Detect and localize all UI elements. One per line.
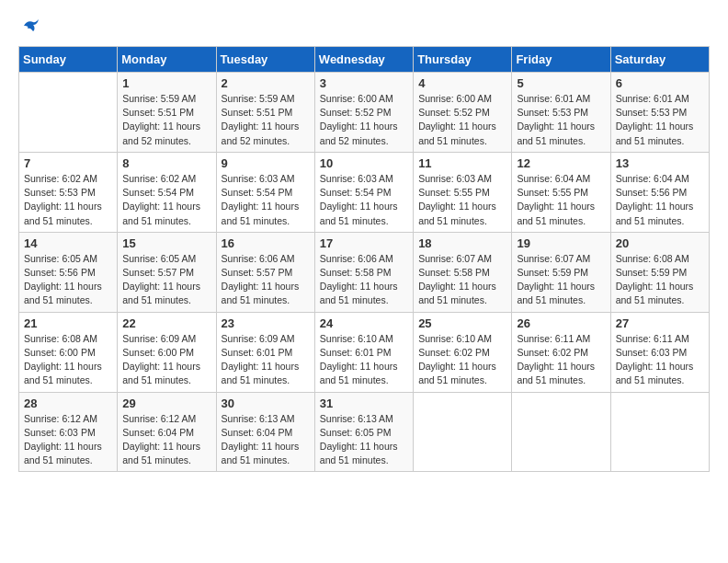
calendar-cell: 24Sunrise: 6:10 AMSunset: 6:01 PMDayligh… [314,312,413,392]
day-info: Sunrise: 6:13 AMSunset: 6:05 PMDaylight:… [320,412,408,468]
bird-icon [22,18,40,37]
calendar-cell: 10Sunrise: 6:03 AMSunset: 5:54 PMDayligh… [314,152,413,232]
calendar-cell: 9Sunrise: 6:03 AMSunset: 5:54 PMDaylight… [216,152,314,232]
calendar-cell [414,392,512,472]
calendar-cell [512,392,610,472]
calendar-cell [610,392,709,472]
day-number: 6 [616,76,704,90]
day-info: Sunrise: 6:07 AMSunset: 5:59 PMDaylight:… [517,252,605,308]
calendar-cell: 17Sunrise: 6:06 AMSunset: 5:58 PMDayligh… [314,232,413,312]
day-number: 25 [418,316,506,330]
day-info: Sunrise: 6:03 AMSunset: 5:54 PMDaylight:… [320,172,408,228]
day-info: Sunrise: 6:02 AMSunset: 5:54 PMDaylight:… [122,172,210,228]
day-number: 10 [320,156,408,170]
calendar-cell: 2Sunrise: 5:59 AMSunset: 5:51 PMDaylight… [216,73,314,153]
calendar-cell: 5Sunrise: 6:01 AMSunset: 5:53 PMDaylight… [512,73,610,153]
day-info: Sunrise: 6:11 AMSunset: 6:03 PMDaylight:… [616,332,704,388]
day-info: Sunrise: 6:10 AMSunset: 6:01 PMDaylight:… [320,332,408,388]
day-info: Sunrise: 6:04 AMSunset: 5:55 PMDaylight:… [517,172,605,228]
day-info: Sunrise: 6:00 AMSunset: 5:52 PMDaylight:… [418,92,506,148]
calendar-cell: 15Sunrise: 6:05 AMSunset: 5:57 PMDayligh… [118,232,216,312]
day-number: 1 [122,76,210,90]
calendar-cell: 23Sunrise: 6:09 AMSunset: 6:01 PMDayligh… [216,312,314,392]
calendar-cell: 31Sunrise: 6:13 AMSunset: 6:05 PMDayligh… [314,392,413,472]
calendar-cell: 16Sunrise: 6:06 AMSunset: 5:57 PMDayligh… [216,232,314,312]
day-number: 28 [24,396,112,410]
day-header-wednesday: Wednesday [314,47,413,73]
day-number: 24 [320,316,408,330]
day-number: 30 [222,396,310,410]
day-header-monday: Monday [118,47,216,73]
day-info: Sunrise: 6:02 AMSunset: 5:53 PMDaylight:… [24,172,112,228]
calendar-cell: 13Sunrise: 6:04 AMSunset: 5:56 PMDayligh… [610,152,709,232]
day-info: Sunrise: 6:09 AMSunset: 6:00 PMDaylight:… [122,332,210,388]
day-number: 29 [122,396,210,410]
day-info: Sunrise: 6:11 AMSunset: 6:02 PMDaylight:… [517,332,605,388]
day-info: Sunrise: 5:59 AMSunset: 5:51 PMDaylight:… [222,92,310,148]
day-number: 20 [616,236,704,250]
day-info: Sunrise: 6:00 AMSunset: 5:52 PMDaylight:… [320,92,408,148]
day-header-sunday: Sunday [19,47,118,73]
day-number: 4 [418,76,506,90]
day-number: 17 [320,236,408,250]
calendar-cell: 18Sunrise: 6:07 AMSunset: 5:58 PMDayligh… [414,232,512,312]
day-number: 3 [320,76,408,90]
day-number: 13 [616,156,704,170]
calendar-cell: 14Sunrise: 6:05 AMSunset: 5:56 PMDayligh… [19,232,118,312]
calendar-cell [19,73,118,153]
calendar-cell: 19Sunrise: 6:07 AMSunset: 5:59 PMDayligh… [512,232,610,312]
day-number: 14 [24,236,112,250]
calendar-cell: 30Sunrise: 6:13 AMSunset: 6:04 PMDayligh… [216,392,314,472]
calendar-cell: 25Sunrise: 6:10 AMSunset: 6:02 PMDayligh… [414,312,512,392]
calendar-cell: 21Sunrise: 6:08 AMSunset: 6:00 PMDayligh… [19,312,118,392]
calendar-cell: 12Sunrise: 6:04 AMSunset: 5:55 PMDayligh… [512,152,610,232]
calendar-cell: 7Sunrise: 6:02 AMSunset: 5:53 PMDaylight… [19,152,118,232]
day-info: Sunrise: 6:06 AMSunset: 5:58 PMDaylight:… [320,252,408,308]
day-number: 11 [418,156,506,170]
day-info: Sunrise: 6:12 AMSunset: 6:04 PMDaylight:… [122,412,210,468]
day-number: 27 [616,316,704,330]
day-number: 19 [517,236,605,250]
calendar-cell: 8Sunrise: 6:02 AMSunset: 5:54 PMDaylight… [118,152,216,232]
day-info: Sunrise: 6:10 AMSunset: 6:02 PMDaylight:… [418,332,506,388]
calendar-cell: 29Sunrise: 6:12 AMSunset: 6:04 PMDayligh… [118,392,216,472]
day-number: 15 [122,236,210,250]
calendar-cell: 20Sunrise: 6:08 AMSunset: 5:59 PMDayligh… [610,232,709,312]
day-number: 23 [222,316,310,330]
day-info: Sunrise: 6:09 AMSunset: 6:01 PMDaylight:… [222,332,310,388]
day-info: Sunrise: 6:06 AMSunset: 5:57 PMDaylight:… [222,252,310,308]
calendar-cell: 6Sunrise: 6:01 AMSunset: 5:53 PMDaylight… [610,73,709,153]
day-info: Sunrise: 6:05 AMSunset: 5:57 PMDaylight:… [122,252,210,308]
calendar-cell: 26Sunrise: 6:11 AMSunset: 6:02 PMDayligh… [512,312,610,392]
day-info: Sunrise: 6:01 AMSunset: 5:53 PMDaylight:… [616,92,704,148]
day-info: Sunrise: 6:05 AMSunset: 5:56 PMDaylight:… [24,252,112,308]
logo [18,18,40,37]
day-header-tuesday: Tuesday [216,47,314,73]
day-number: 9 [222,156,310,170]
calendar-cell: 11Sunrise: 6:03 AMSunset: 5:55 PMDayligh… [414,152,512,232]
calendar-table: SundayMondayTuesdayWednesdayThursdayFrid… [18,46,710,472]
calendar-cell: 28Sunrise: 6:12 AMSunset: 6:03 PMDayligh… [19,392,118,472]
day-info: Sunrise: 6:03 AMSunset: 5:54 PMDaylight:… [222,172,310,228]
day-info: Sunrise: 6:04 AMSunset: 5:56 PMDaylight:… [616,172,704,228]
day-info: Sunrise: 6:13 AMSunset: 6:04 PMDaylight:… [222,412,310,468]
calendar-cell: 3Sunrise: 6:00 AMSunset: 5:52 PMDaylight… [314,73,413,153]
day-info: Sunrise: 6:08 AMSunset: 6:00 PMDaylight:… [24,332,112,388]
day-number: 21 [24,316,112,330]
day-header-friday: Friday [512,47,610,73]
calendar-cell: 22Sunrise: 6:09 AMSunset: 6:00 PMDayligh… [118,312,216,392]
day-info: Sunrise: 6:07 AMSunset: 5:58 PMDaylight:… [418,252,506,308]
day-number: 12 [517,156,605,170]
day-number: 16 [222,236,310,250]
day-number: 22 [122,316,210,330]
day-number: 8 [122,156,210,170]
day-info: Sunrise: 5:59 AMSunset: 5:51 PMDaylight:… [122,92,210,148]
calendar-cell: 27Sunrise: 6:11 AMSunset: 6:03 PMDayligh… [610,312,709,392]
calendar-cell: 1Sunrise: 5:59 AMSunset: 5:51 PMDaylight… [118,73,216,153]
calendar-cell: 4Sunrise: 6:00 AMSunset: 5:52 PMDaylight… [414,73,512,153]
day-number: 5 [517,76,605,90]
day-number: 26 [517,316,605,330]
day-number: 2 [222,76,310,90]
page-header [18,18,710,37]
day-info: Sunrise: 6:01 AMSunset: 5:53 PMDaylight:… [517,92,605,148]
